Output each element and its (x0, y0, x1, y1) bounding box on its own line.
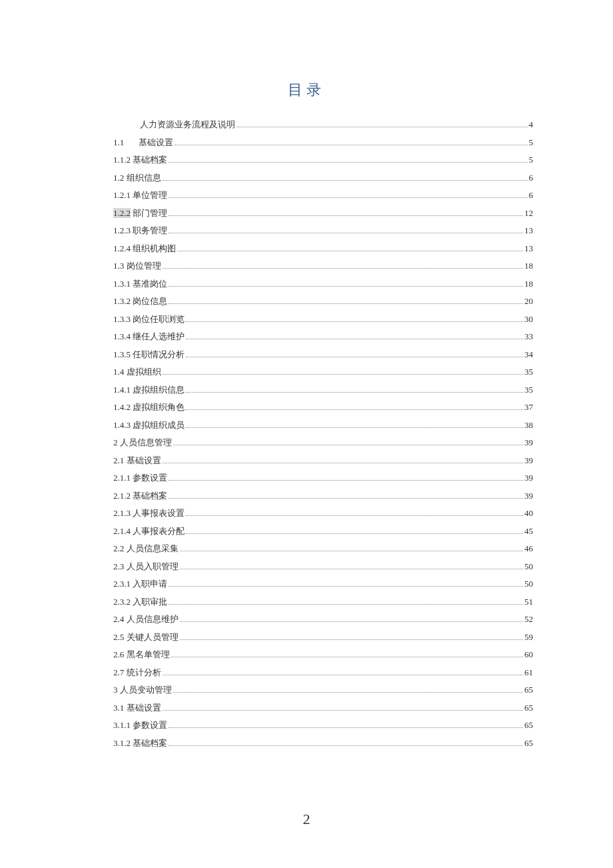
toc-entry-text: 组织信息 (127, 173, 161, 183)
toc-entry[interactable]: 1.4 虚拟组织35 (113, 367, 533, 385)
toc-entry-text: 虚拟组织成员 (133, 420, 185, 430)
toc-entry-text: 虚拟组织角色 (133, 402, 185, 412)
toc-entry[interactable]: 1.3.5 任职情况分析34 (113, 350, 533, 368)
toc-entry-page: 39 (524, 473, 533, 482)
toc-leader-dots (171, 657, 524, 657)
toc-entry[interactable]: 1.2.1 单位管理6 (113, 191, 533, 209)
toc-entry-page: 33 (524, 332, 533, 341)
toc-entry[interactable]: 1.4.2 虚拟组织角色37 (113, 403, 533, 421)
toc-entry-text: 基础设置 (127, 703, 161, 713)
toc-entry[interactable]: 1.3.3 岗位任职浏览30 (113, 315, 533, 333)
toc-entry-number: 1.4.3 (113, 420, 133, 430)
toc-entry-text: 人员信息管理 (120, 437, 172, 447)
toc-entry[interactable]: 2.1.1 参数设置39 (113, 473, 533, 491)
toc-entry[interactable]: 1.2 组织信息6 (113, 173, 533, 191)
toc-entry-page: 65 (524, 739, 533, 747)
toc-leader-dots (186, 357, 523, 357)
toc-entry[interactable]: 2.6 黑名单管理60 (113, 650, 533, 668)
toc-entry-text: 基础设置 (139, 137, 173, 147)
toc-entry[interactable]: 1.2.4 组织机构图13 (113, 244, 533, 262)
toc-entry-page: 39 (524, 438, 533, 447)
toc-entry-text: 人事报表设置 (133, 508, 185, 518)
toc-entry-number: 3 (113, 685, 120, 695)
toc-entry-label: 3.1.1 参数设置 (113, 721, 167, 729)
toc-entry-number: 1.2.1 (113, 190, 133, 200)
toc-entry-text: 岗位信息 (133, 296, 167, 306)
toc-entry[interactable]: 1.1基础设置5 (113, 138, 533, 156)
toc-entry[interactable]: 2.3.1 入职申请50 (113, 579, 533, 597)
toc-entry[interactable]: 2.5 关键人员管理59 (113, 633, 533, 651)
toc-entry-text: 黑名单管理 (127, 649, 170, 659)
toc-entry-number: 1.4.1 (113, 385, 133, 395)
toc-entry-text: 统计分析 (127, 667, 161, 677)
toc-leader-dots (163, 268, 524, 269)
toc-entry[interactable]: 2 人员信息管理39 (113, 438, 533, 456)
toc-entry-number: 1.3.3 (113, 314, 133, 324)
toc-entry-label: 1.3.2 岗位信息 (113, 297, 167, 305)
toc-entry-number: 2.3 (113, 561, 127, 571)
toc-entry[interactable]: 1.3.4 继任人选维护33 (113, 332, 533, 350)
toc-entry-label: 2.5 关键人员管理 (113, 633, 179, 641)
toc-entry[interactable]: 3.1.2 基础档案65 (113, 739, 533, 757)
toc-entry-label: 2.1.1 参数设置 (113, 473, 167, 482)
toc-entry-label: 1.2.3 职务管理 (113, 226, 167, 235)
toc-entry-number: 2.1 (113, 455, 127, 465)
toc-leader-dots (163, 675, 524, 675)
toc-leader-dots (169, 233, 523, 233)
toc-entry-number: 2.1.2 (113, 491, 133, 501)
toc-leader-dots (180, 639, 524, 640)
toc-entry-number: 1.3.5 (113, 349, 133, 359)
toc-leader-dots (186, 427, 523, 428)
toc-entry[interactable]: 2.3.2 入职审批51 (113, 597, 533, 615)
toc-leader-dots (177, 251, 523, 251)
toc-entry[interactable]: 1.2.2 部门管理12 (113, 209, 533, 227)
toc-entry[interactable]: 2.4 人员信息维护52 (113, 615, 533, 633)
table-of-contents: 人力资源业务流程及说明41.1基础设置51.1.2 基础档案51.2 组织信息6… (113, 120, 533, 756)
toc-entry-text: 参数设置 (133, 473, 167, 483)
toc-leader-dots (169, 745, 523, 746)
toc-entry[interactable]: 1.4.3 虚拟组织成员38 (113, 421, 533, 439)
toc-leader-dots (173, 692, 523, 693)
toc-entry-number: 1.4.2 (113, 402, 133, 412)
toc-entry-label: 1.2.1 单位管理 (113, 191, 167, 199)
toc-title: 目录 (80, 80, 533, 100)
toc-entry[interactable]: 人力资源业务流程及说明4 (113, 120, 533, 138)
toc-entry-number: 1.1.2 (113, 155, 133, 165)
toc-leader-dots (163, 180, 528, 181)
toc-leader-dots (169, 498, 523, 499)
toc-entry[interactable]: 3 人员变动管理65 (113, 685, 533, 703)
toc-entry[interactable]: 2.7 统计分析61 (113, 668, 533, 686)
toc-entry[interactable]: 3.1.1 参数设置65 (113, 721, 533, 739)
toc-entry[interactable]: 2.1.2 基础档案39 (113, 491, 533, 509)
toc-entry-page: 13 (524, 226, 533, 235)
toc-entry-label: 2.1.4 人事报表分配 (113, 527, 185, 535)
toc-entry[interactable]: 2.2 人员信息采集46 (113, 544, 533, 562)
toc-entry-label: 2.2 人员信息采集 (113, 544, 179, 553)
toc-entry-label: 1.3.3 岗位任职浏览 (113, 315, 185, 323)
toc-entry-page: 12 (524, 209, 533, 217)
toc-entry[interactable]: 1.2.3 职务管理13 (113, 226, 533, 244)
toc-entry[interactable]: 1.3 岗位管理18 (113, 261, 533, 279)
toc-entry[interactable]: 1.3.2 岗位信息20 (113, 297, 533, 315)
toc-entry[interactable]: 2.1.4 人事报表分配45 (113, 527, 533, 545)
document-page: 目录 人力资源业务流程及说明41.1基础设置51.1.2 基础档案51.2 组织… (0, 0, 613, 756)
toc-leader-dots (163, 710, 524, 711)
toc-entry-text: 虚拟组织 (127, 367, 161, 377)
toc-leader-dots (186, 321, 523, 322)
toc-leader-dots (186, 533, 523, 534)
toc-entry-page: 30 (524, 315, 533, 323)
toc-entry-label: 2.1.2 基础档案 (113, 491, 167, 500)
toc-entry-number: 1.2.4 (113, 243, 133, 253)
toc-entry[interactable]: 1.3.1 基准岗位18 (113, 279, 533, 297)
toc-entry[interactable]: 3.1 基础设置65 (113, 703, 533, 721)
toc-entry-page: 65 (524, 685, 533, 694)
toc-entry-page: 18 (524, 279, 533, 288)
toc-leader-dots (186, 409, 523, 410)
toc-entry[interactable]: 2.3 人员入职管理50 (113, 562, 533, 580)
toc-entry[interactable]: 2.1 基础设置39 (113, 456, 533, 474)
toc-entry[interactable]: 1.1.2 基础档案5 (113, 155, 533, 173)
toc-entry[interactable]: 2.1.3 人事报表设置40 (113, 509, 533, 527)
toc-entry[interactable]: 1.4.1 虚拟组织信息35 (113, 385, 533, 403)
toc-entry-page: 65 (524, 721, 533, 729)
toc-entry-label: 1.2.4 组织机构图 (113, 244, 176, 253)
